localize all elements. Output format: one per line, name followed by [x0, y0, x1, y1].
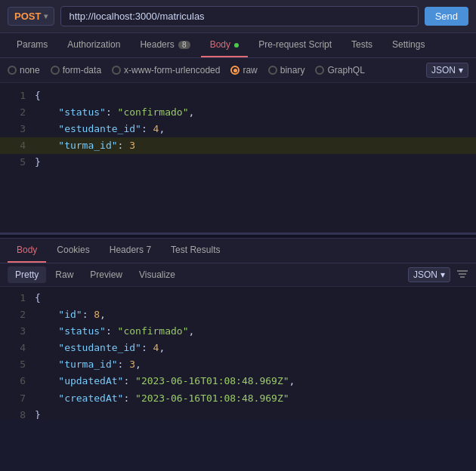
req-line-4: 4 "turma_id": 3 [0, 137, 476, 154]
response-tabs: Body Cookies Headers 7 Test Results [0, 239, 476, 263]
resp-tab-cookies[interactable]: Cookies [48, 239, 98, 263]
resp-headers-badge: 7 [146, 245, 151, 255]
top-bar: POST ▾ Send [0, 0, 476, 33]
filter-icon[interactable] [456, 269, 468, 280]
req-line-2: 2 "status": "confirmado", [0, 104, 476, 121]
option-binary[interactable]: binary [268, 65, 305, 75]
fmt-raw[interactable]: Raw [48, 266, 81, 283]
tab-tests[interactable]: Tests [342, 33, 382, 57]
response-format-select[interactable]: JSON ▾ [408, 267, 450, 282]
resp-line-6: 6 "updatedAt": "2023-06-16T01:08:48.969Z… [0, 373, 476, 389]
request-tabs: Params Authorization Headers 8 Body Pre-… [0, 33, 476, 58]
send-button[interactable]: Send [425, 7, 468, 26]
resp-line-2: 2 "id": 8, [0, 306, 476, 323]
fmt-preview[interactable]: Preview [82, 266, 130, 283]
resp-tab-headers[interactable]: Headers 7 [100, 239, 160, 263]
resp-line-4: 4 "estudante_id": 4, [0, 340, 476, 356]
tab-authorization[interactable]: Authorization [58, 33, 129, 57]
chevron-down-icon: ▾ [44, 12, 48, 20]
radio-none [8, 66, 17, 75]
radio-raw [230, 66, 240, 75]
req-line-3: 3 "estudante_id": 4, [0, 121, 476, 137]
radio-graphql [315, 66, 324, 75]
resp-line-1: 1 { [0, 290, 476, 306]
resp-line-7: 7 "createdAt": "2023-06-16T01:08:48.969Z… [0, 390, 476, 407]
headers-badge: 8 [178, 41, 190, 49]
tab-pre-request-script[interactable]: Pre-request Script [249, 33, 341, 57]
response-format-bar: Pretty Raw Preview Visualize JSON ▾ [0, 263, 476, 287]
resp-tab-test-results[interactable]: Test Results [162, 239, 229, 263]
radio-binary [268, 66, 277, 75]
req-line-5: 5 } [0, 154, 476, 171]
resp-tab-body[interactable]: Body [8, 239, 46, 263]
option-form-data[interactable]: form-data [51, 65, 101, 75]
option-graphql[interactable]: GraphQL [315, 65, 364, 75]
radio-urlencoded [112, 66, 121, 75]
response-body: 1 { 2 "id": 8, 3 "status": "confirmado",… [0, 287, 476, 419]
resp-line-3: 3 "status": "confirmado", [0, 323, 476, 340]
body-options: none form-data x-www-form-urlencoded raw… [0, 58, 476, 83]
method-label: POST [14, 11, 41, 22]
tab-body[interactable]: Body [201, 33, 249, 57]
fmt-pretty[interactable]: Pretty [8, 266, 46, 283]
body-format-select[interactable]: JSON ▾ [426, 63, 468, 78]
option-none[interactable]: none [8, 65, 40, 75]
tab-headers[interactable]: Headers 8 [131, 33, 199, 57]
tab-settings[interactable]: Settings [383, 33, 434, 57]
radio-form-data [51, 66, 60, 75]
option-raw[interactable]: raw [230, 65, 257, 75]
fmt-visualize[interactable]: Visualize [131, 266, 183, 283]
url-input[interactable] [60, 6, 418, 26]
request-code-editor[interactable]: 1 { 2 "status": "confirmado", 3 "estudan… [0, 83, 476, 234]
body-active-dot [234, 43, 239, 48]
tab-params[interactable]: Params [8, 33, 57, 57]
option-urlencoded[interactable]: x-www-form-urlencoded [112, 65, 220, 75]
resp-line-8: 8 } [0, 407, 476, 419]
req-line-1: 1 { [0, 88, 476, 104]
resp-line-5: 5 "turma_id": 3, [0, 356, 476, 373]
method-select[interactable]: POST ▾ [8, 7, 54, 26]
